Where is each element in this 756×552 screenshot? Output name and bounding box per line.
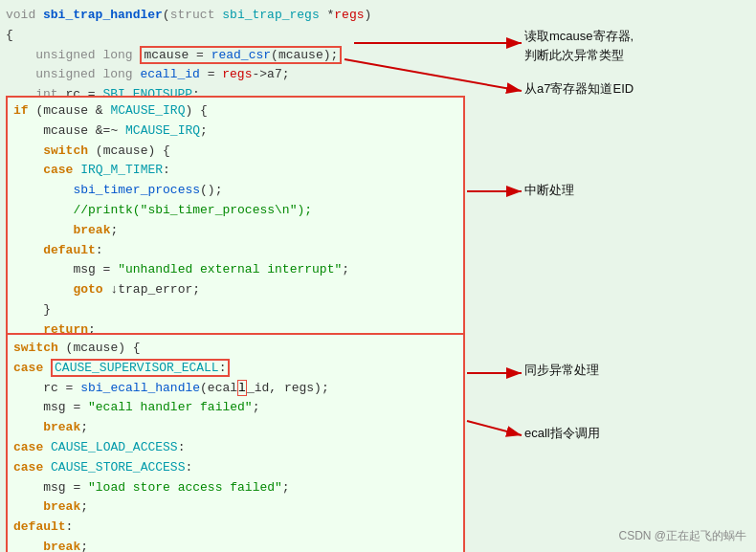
open-brace-1: { (6, 26, 371, 46)
annotation-2: 从a7寄存器知道EID (524, 80, 634, 98)
function-signature: void sbi_trap_handler(struct sbi_trap_re… (6, 6, 371, 26)
svg-line-5 (467, 421, 522, 435)
annotation-4: 同步异常处理 (524, 362, 599, 379)
switch-block: switch (mcause) { case CAUSE_SUPERVISOR_… (6, 333, 465, 552)
annotation-1: 读取mcause寄存器, 判断此次异常类型 (524, 27, 634, 64)
watermark: CSDN @正在起飞的蜗牛 (618, 528, 746, 544)
mcause-line: unsigned long mcause = read_csr(mcause); (6, 46, 371, 66)
annotation-3: 中断处理 (524, 182, 574, 199)
irq-block: if (mcause & MCAUSE_IRQ) { mcause &=~ MC… (6, 96, 465, 365)
annotation-5: ecall指令调用 (524, 425, 600, 442)
ecall-id-line: unsigned long ecall_id = regs->a7; (6, 65, 371, 85)
